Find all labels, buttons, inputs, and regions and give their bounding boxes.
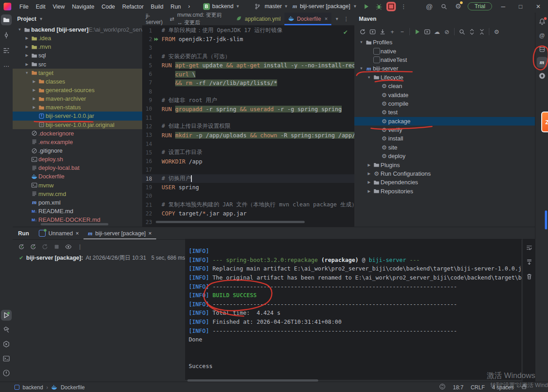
maximize-icon[interactable]: □ xyxy=(514,3,527,10)
database-icon[interactable] xyxy=(537,43,548,54)
run-configuration-selector[interactable]: m biji-server [package] ▼ xyxy=(293,3,357,10)
download-icon[interactable] xyxy=(378,27,387,36)
maven-item-test[interactable]: ⚙test xyxy=(354,108,535,117)
project-item-dockerfile[interactable]: Dockerfile xyxy=(13,172,142,181)
chevron-icon[interactable]: ▶ xyxy=(366,163,372,167)
chevron-icon[interactable]: ▶ xyxy=(366,180,372,184)
project-widget[interactable]: B backend ▼ xyxy=(200,2,243,11)
sync-icon[interactable] xyxy=(358,27,367,36)
project-item-mvnw[interactable]: mvnw xyxy=(13,181,142,190)
run-tool-icon[interactable] xyxy=(1,310,12,321)
project-icon[interactable] xyxy=(1,14,12,25)
menu-run[interactable]: Run xyxy=(167,2,185,11)
project-item-.gitignore[interactable]: .gitignore xyxy=(13,146,142,155)
maven-item-plugins[interactable]: ▶Plugins xyxy=(354,160,535,169)
chevron-icon[interactable]: ▶ xyxy=(366,189,372,193)
project-item-.idea[interactable]: ▶.idea xyxy=(13,34,142,42)
menu-build[interactable]: Build xyxy=(147,2,167,11)
editor-hscrollbar[interactable] xyxy=(156,221,305,223)
code-line-1[interactable]: 1# 单阶段构建：使用 OpenJDK 17 运行时镜像 xyxy=(142,26,354,35)
notifications-icon[interactable] xyxy=(537,16,548,27)
maven-item-biji-server[interactable]: ▼mbiji-server xyxy=(354,64,535,73)
project-item-mvnw.cmd[interactable]: mvnw.cmd xyxy=(13,190,142,198)
add-icon[interactable]: + xyxy=(388,27,397,36)
more-icon[interactable]: ⋮ xyxy=(75,242,85,252)
indent-widget[interactable]: 4 spaces xyxy=(492,384,514,391)
suspend-disabled-icon[interactable] xyxy=(51,242,61,252)
menu-edit[interactable]: Edit xyxy=(32,2,49,11)
project-item-src[interactable]: ▶src xyxy=(13,60,142,69)
chevron-icon[interactable]: ▶ xyxy=(366,172,372,176)
code-line-3[interactable]: 3 xyxy=(142,44,354,52)
code-line-10[interactable]: 10RUN groupadd -r spring && useradd -r -… xyxy=(142,105,354,113)
chevron-icon[interactable]: ▶ xyxy=(31,88,37,92)
minimize-icon[interactable]: ─ xyxy=(497,3,510,10)
project-item-readme.md[interactable]: M↓README.md xyxy=(13,207,142,215)
editor-tab-mvnw.cmd-[interactable]: ⇄mvnw.cmd: 变更前 ↔ 变更后 xyxy=(166,13,232,25)
project-hscrollbar[interactable] xyxy=(41,223,108,225)
rerun-icon[interactable] xyxy=(16,242,26,252)
maven-item-dependencies[interactable]: ▶Dependencies xyxy=(354,178,535,187)
chevron-icon[interactable]: ▶ xyxy=(23,53,30,57)
breadcrumb-module[interactable]: backend xyxy=(23,384,43,391)
chevron-icon[interactable]: ▶ xyxy=(31,97,37,101)
project-item-.dockerignore[interactable]: .dockerignore xyxy=(13,129,142,138)
maven-item-deploy[interactable]: ⚙deploy xyxy=(354,152,535,160)
project-item-.env.example[interactable]: .env.example xyxy=(13,138,142,146)
editor-tab-ji-server-[interactable]: ji-server) xyxy=(142,13,166,25)
chevron-icon[interactable]: ▼ xyxy=(23,71,30,75)
terminal-icon[interactable] xyxy=(1,353,12,364)
code-line-7[interactable]: 7 && rm -rf /var/lib/apt/lists/* xyxy=(142,79,354,87)
maven-item-clean[interactable]: ⚙clean xyxy=(354,82,535,90)
code-line-17[interactable]: 17 xyxy=(142,166,354,174)
rerun-failed-icon[interactable] xyxy=(28,242,38,252)
project-item-biji-server-1.0.0.jar.original[interactable]: ?biji-server-1.0.0.jar.original xyxy=(13,121,142,129)
project-panel-header[interactable]: Project ▼ xyxy=(13,13,142,25)
code-line-4[interactable]: 4# 安装必要的工具（可选） xyxy=(142,52,354,61)
close-tab-icon[interactable]: × xyxy=(149,230,152,237)
project-item-classes[interactable]: ▶classes xyxy=(13,77,142,86)
menu-code[interactable]: Code xyxy=(98,2,119,11)
maven-item-site[interactable]: ⚙site xyxy=(354,143,535,152)
project-item-generated-sources[interactable]: ▶generated-sources xyxy=(13,86,142,94)
maven-item-compile[interactable]: ⚙compile xyxy=(354,99,535,108)
code-line-21[interactable]: 21# 复制本地预先构建的 JAR 文件（本地执行 mvn clean pack… xyxy=(142,201,354,209)
execute-goal-icon[interactable] xyxy=(423,27,432,36)
chevron-icon[interactable]: ▶ xyxy=(31,79,37,84)
maven-settings-icon[interactable]: ⚙ xyxy=(492,27,501,36)
project-item-deploy-local.bat[interactable]: deploy-local.bat xyxy=(13,163,142,172)
code-line-14[interactable]: 14 xyxy=(142,140,354,148)
search-goal-icon[interactable] xyxy=(457,27,466,36)
skip-tests-icon[interactable]: ⊘ xyxy=(442,27,451,36)
maven-item-native[interactable]: native xyxy=(354,47,535,55)
more-actions-icon[interactable]: ⋮ xyxy=(399,1,409,11)
maven-item-package[interactable]: ⚙package xyxy=(354,117,535,126)
problems-icon[interactable] xyxy=(1,368,12,378)
project-item-target[interactable]: ▼target xyxy=(13,69,142,77)
project-item-pom.xml[interactable]: mpom.xml xyxy=(13,198,142,207)
expand-all-icon[interactable] xyxy=(467,27,476,36)
remove-icon[interactable]: − xyxy=(398,27,407,36)
code-line-12[interactable]: 12# 创建上传目录并设置权限 xyxy=(142,122,354,131)
settings-icon[interactable]: ⚙ xyxy=(453,1,463,11)
ai-assistant-icon[interactable]: @ xyxy=(424,1,434,11)
tabs-list-chevron-icon[interactable]: ▼ xyxy=(335,17,339,21)
close-tab-icon[interactable]: × xyxy=(325,16,328,22)
breadcrumb-file[interactable]: Dockerfile xyxy=(60,384,84,391)
project-item-biji-server-1.0.0.jar[interactable]: biji-server-1.0.0.jar xyxy=(13,112,142,120)
maven-item-verify[interactable]: ⚙verify xyxy=(354,126,535,134)
code-line-13[interactable]: 13RUN mkdir -p /app/uploads && chown -R … xyxy=(142,131,354,140)
sync-status-icon[interactable] xyxy=(439,383,446,391)
search-everywhere-icon[interactable] xyxy=(439,1,449,11)
code-line-2[interactable]: 2FROM openjdk:17-jdk-slim xyxy=(142,35,354,43)
chevron-icon[interactable]: ▶ xyxy=(23,45,30,49)
code-line-19[interactable]: 19USER spring xyxy=(142,183,354,191)
build-tool-icon[interactable] xyxy=(1,324,12,335)
tabs-more-icon[interactable]: ⋮ xyxy=(342,16,351,22)
maven-item-lifecycle[interactable]: ▼Lifecycle xyxy=(354,73,535,82)
project-item-deploy.sh[interactable]: deploy.sh xyxy=(13,155,142,163)
structure-icon[interactable] xyxy=(1,45,12,56)
line-separator-widget[interactable]: CRLF xyxy=(471,384,485,391)
translate-plugin-badge[interactable]: Z xyxy=(541,112,548,132)
maven-tool-icon[interactable]: m xyxy=(537,57,548,68)
